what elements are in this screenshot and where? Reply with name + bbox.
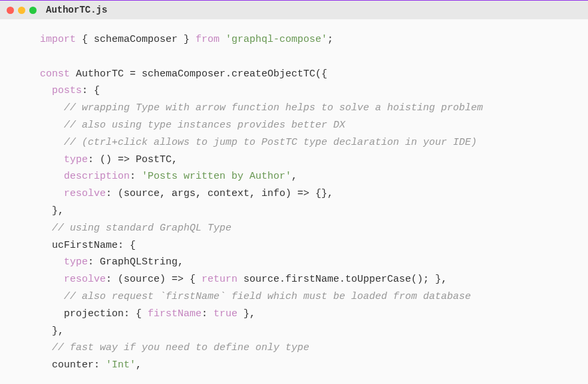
code-token: }, <box>237 308 255 320</box>
code-token: : (source) => { <box>106 274 202 285</box>
code-comment: // using standard GraphQL Type <box>52 223 231 234</box>
code-comment: // fast way if you need to define only t… <box>52 342 309 353</box>
code-token: : (source, args, context, info) => {}, <box>106 188 333 199</box>
code-token: counter: <box>52 359 106 371</box>
editor-window: AuthorTC.js import { schemaComposer } fr… <box>0 0 588 384</box>
code-token: return <box>202 274 237 285</box>
minimize-icon[interactable] <box>18 7 25 14</box>
code-token: : () => PostTC, <box>88 154 178 165</box>
code-token: description <box>64 171 130 182</box>
file-title: AuthorTC.js <box>46 5 107 15</box>
titlebar: AuthorTC.js <box>0 1 588 19</box>
code-token: firstName <box>148 308 202 320</box>
code-token: }, <box>52 326 64 337</box>
code-token: ucFirstName: { <box>52 240 136 251</box>
code-token: : <box>202 308 214 320</box>
code-token: : GraphQLString, <box>88 256 184 268</box>
code-token: true <box>214 308 237 320</box>
code-token: from <box>196 34 220 45</box>
code-comment: // also using type instances provides be… <box>64 120 345 131</box>
close-icon[interactable] <box>7 7 14 14</box>
code-token: import <box>40 34 76 45</box>
code-token: resolve <box>64 274 106 285</box>
code-token: ; <box>327 34 333 45</box>
code-token: resolve <box>64 188 106 199</box>
code-token: }, <box>52 205 64 217</box>
code-token: const <box>40 68 70 80</box>
code-token: posts <box>52 85 82 96</box>
code-token: : { <box>82 85 100 96</box>
code-token: AuthorTC = schemaComposer.createObjectTC… <box>70 68 327 80</box>
code-comment: // wrapping Type with arrow function hel… <box>64 102 483 114</box>
code-token: , <box>291 171 297 182</box>
code-token: , <box>136 359 142 371</box>
code-token: projection: { <box>64 308 148 320</box>
code-token: 'graphql-compose' <box>220 34 327 45</box>
code-token: 'Int' <box>106 359 136 371</box>
code-comment: // (ctrl+click allows to jump to PostTC … <box>64 137 477 148</box>
code-token: 'Posts written by Author' <box>142 171 291 182</box>
maximize-icon[interactable] <box>29 7 37 14</box>
code-comment: // also request `firstName` field which … <box>64 291 471 302</box>
code-token: source.firstName.toUpperCase(); }, <box>237 274 447 285</box>
code-token: type <box>64 154 88 165</box>
code-token: { schemaComposer } <box>76 34 196 45</box>
code-editor[interactable]: import { schemaComposer } from 'graphql-… <box>0 19 588 384</box>
code-token: type <box>64 256 88 268</box>
code-token: : <box>130 171 142 182</box>
